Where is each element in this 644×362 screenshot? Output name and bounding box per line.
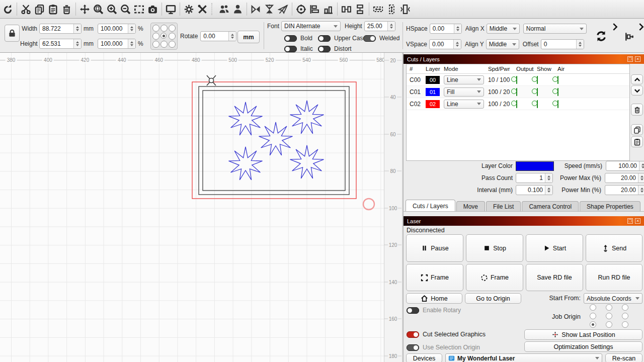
job-origin-radio-6[interactable]	[590, 321, 596, 328]
anchor-cell-7[interactable]	[160, 41, 168, 48]
font-height-input[interactable]: 25.00	[364, 21, 395, 31]
lock-aspect-button[interactable]	[5, 25, 20, 42]
layer-color-chip[interactable]: 01	[426, 88, 440, 96]
send-button[interactable]: Send	[586, 234, 642, 262]
show-toggle[interactable]	[537, 100, 538, 108]
interval-spinner[interactable]	[545, 186, 552, 195]
job-origin-grid[interactable]	[585, 304, 633, 328]
vspace-input[interactable]: 0.00	[429, 39, 461, 49]
pass-count-input[interactable]: 1	[516, 173, 553, 183]
vspace-spinner[interactable]	[453, 40, 461, 49]
layer-delete-button[interactable]	[631, 104, 643, 116]
layer-mode-select[interactable]: Line	[444, 75, 484, 84]
rotate-spinner[interactable]	[228, 32, 236, 41]
zoom-in-icon[interactable]	[105, 2, 119, 16]
job-origin-radio-2[interactable]	[622, 304, 628, 311]
job-origin-radio-1[interactable]	[606, 304, 612, 311]
delete-icon[interactable]	[60, 2, 73, 16]
layer-row-C01[interactable]: C0101Fill100 / 20	[407, 86, 629, 98]
output-toggle[interactable]	[516, 100, 517, 108]
zoom-to-page-icon[interactable]	[92, 2, 105, 16]
close-panel-icon[interactable]: ✕	[635, 56, 640, 62]
anchor-cell-2[interactable]	[169, 25, 176, 32]
layer-color-chip[interactable]: 02	[426, 100, 440, 108]
anchor-cell-8[interactable]	[169, 41, 176, 48]
speed-input[interactable]: 100.00	[606, 161, 644, 171]
layer-row-C00[interactable]: C0000Line10 / 100	[407, 74, 629, 86]
pause-button[interactable]: Pause	[406, 234, 463, 262]
air-toggle[interactable]	[557, 88, 558, 96]
refresh-button[interactable]	[595, 30, 607, 44]
laser-close-icon[interactable]: ✕	[635, 218, 640, 224]
preview-icon[interactable]	[164, 2, 178, 16]
size-h-icon[interactable]	[371, 2, 385, 16]
job-origin-radio-8[interactable]	[622, 321, 628, 328]
distribute-v-icon[interactable]	[353, 2, 367, 16]
rect-shape-2[interactable]	[203, 90, 345, 191]
hspace-spinner[interactable]	[454, 24, 461, 33]
rect-shape-1[interactable]	[199, 86, 349, 195]
connector-icon[interactable]	[623, 31, 634, 44]
group-icon[interactable]	[217, 2, 231, 16]
distribute-h-icon[interactable]	[340, 2, 353, 16]
font-height-spinner[interactable]	[387, 22, 395, 31]
zoom-out-icon[interactable]	[119, 2, 132, 16]
cut-selected-toggle[interactable]	[407, 331, 419, 338]
layer-color-swatch[interactable]	[516, 161, 554, 171]
height-percent-input[interactable]: 100.000	[98, 39, 136, 49]
show-toggle[interactable]	[537, 88, 538, 96]
ungroup-icon[interactable]	[231, 2, 245, 16]
save-rd-file-button[interactable]: Save RD file	[526, 264, 583, 291]
upper-case-toggle[interactable]	[318, 35, 331, 42]
job-origin-radio-0[interactable]	[590, 304, 596, 311]
speed-spinner[interactable]	[639, 161, 644, 170]
capture-icon[interactable]	[146, 2, 159, 16]
power-max-input[interactable]: 20.00	[605, 173, 644, 183]
width-percent-input[interactable]: 100.000	[98, 24, 136, 34]
laser-panel-title[interactable]: Laser ❐✕	[404, 216, 644, 226]
star-shape[interactable]	[259, 122, 293, 155]
devices-button[interactable]: Devices	[406, 353, 442, 362]
text-mode-select[interactable]: Normal	[523, 24, 587, 34]
air-toggle[interactable]	[557, 100, 558, 108]
pan-icon[interactable]	[78, 2, 92, 16]
optimization-settings-button[interactable]: Optimization Settings	[524, 341, 642, 352]
enable-rotary-toggle[interactable]	[407, 307, 419, 314]
star-shape[interactable]	[229, 147, 263, 180]
anchor-cell-5[interactable]	[169, 33, 176, 40]
use-selection-origin-toggle[interactable]	[407, 344, 419, 351]
anchor-cell-6[interactable]	[152, 41, 159, 48]
cuts-layers-panel-title[interactable]: Cuts / Layers ❐✕	[404, 54, 644, 64]
anchor-cell-0[interactable]	[152, 25, 159, 32]
power-min-spinner[interactable]	[638, 186, 644, 195]
layer-move-down-button[interactable]	[631, 85, 643, 96]
rotate-input[interactable]: 0.00	[200, 31, 236, 41]
welded-toggle[interactable]	[363, 35, 376, 42]
output-toggle[interactable]	[516, 88, 517, 96]
job-origin-radio-7[interactable]	[606, 321, 612, 328]
weld-icon[interactable]	[276, 2, 290, 16]
job-origin-radio-4[interactable]	[606, 313, 612, 319]
power-min-input[interactable]: 20.00	[605, 185, 644, 195]
height-input[interactable]: 62.531	[39, 39, 82, 49]
laser-undock-icon[interactable]: ❐	[627, 218, 633, 224]
distort-toggle[interactable]	[318, 46, 331, 52]
paste-icon[interactable]	[46, 2, 60, 16]
machine-tools-icon[interactable]	[196, 2, 209, 16]
tab-move[interactable]: Move	[456, 201, 485, 212]
design-layer[interactable]	[0, 53, 401, 362]
expand-toolbar2-button[interactable]	[637, 23, 644, 33]
frame-selection-icon[interactable]	[132, 2, 146, 16]
device-select[interactable]: My Wonderful Laser	[445, 353, 602, 362]
anchor-cell-4[interactable]	[160, 33, 167, 39]
layer-row-C02[interactable]: C0202Line100 / 20	[407, 98, 629, 110]
width-input[interactable]: 88.722	[39, 24, 82, 34]
anchor-cell-1[interactable]	[160, 25, 168, 32]
align-h-icon[interactable]	[308, 2, 321, 16]
height-percent-spinner[interactable]	[128, 39, 135, 48]
home-button[interactable]: Home	[406, 293, 462, 304]
units-mm-button[interactable]: mm	[237, 31, 260, 43]
rescan-button[interactable]: Re-scan	[605, 353, 642, 362]
layer-mode-select[interactable]: Line	[444, 100, 484, 109]
size-v-icon[interactable]	[385, 2, 398, 16]
